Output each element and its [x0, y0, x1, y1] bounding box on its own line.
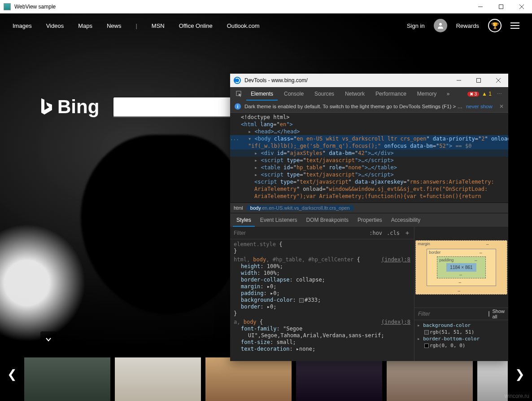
- bing-logo-text: Bing: [57, 96, 99, 118]
- avatar-icon[interactable]: [434, 19, 447, 32]
- signin-link[interactable]: Sign in: [407, 22, 425, 29]
- tab-dom-breakpoints[interactable]: DOM Breakpoints: [302, 213, 352, 227]
- devtools-minimize[interactable]: [449, 74, 469, 87]
- nav-office[interactable]: Office Online: [179, 22, 213, 29]
- tab-event-listeners[interactable]: Event Listeners: [257, 213, 301, 227]
- app-icon: [4, 3, 11, 10]
- computed-filter-input[interactable]: [418, 311, 486, 317]
- tabs-overflow-icon[interactable]: »: [443, 91, 454, 97]
- devtools-titlebar: DevTools - www.bing.com/: [230, 74, 508, 87]
- expand-button[interactable]: [40, 331, 57, 348]
- styles-rules[interactable]: element.style { } html, body, #hp_table,…: [230, 239, 414, 361]
- news-card[interactable]: [205, 357, 292, 401]
- show-all-label: Show all: [492, 308, 505, 319]
- dom-tree[interactable]: ... <!doctype html> <html lang="en"> ▸ <…: [230, 113, 508, 203]
- nav-videos[interactable]: Videos: [46, 22, 64, 29]
- top-nav: Images Videos Maps News | MSN Office Onl…: [0, 13, 532, 38]
- box-model[interactable]: margin – border – padding – 1184 × 861 –: [414, 227, 508, 308]
- close-button[interactable]: [511, 0, 532, 13]
- tab-accessibility[interactable]: Accessibility: [388, 213, 424, 227]
- inspect-icon[interactable]: [234, 91, 244, 97]
- nav-msn[interactable]: MSN: [152, 22, 165, 29]
- breadcrumb-html[interactable]: html: [230, 205, 247, 211]
- watermark: wincore.ru: [505, 393, 529, 399]
- news-card[interactable]: [477, 357, 508, 401]
- banner-link[interactable]: never show: [466, 104, 493, 109]
- news-card[interactable]: [296, 357, 382, 401]
- bing-logo: Bing: [39, 96, 99, 118]
- page: Images Videos Maps News | MSN Office Onl…: [0, 13, 532, 401]
- new-rule-button[interactable]: ＋: [404, 229, 410, 237]
- maximize-button[interactable]: [491, 0, 511, 13]
- tab-network[interactable]: Network: [340, 87, 369, 101]
- window-title: WebView sample: [14, 4, 56, 10]
- devtools-title: DevTools - www.bing.com/: [244, 77, 308, 84]
- edge-icon: [234, 77, 241, 84]
- banner-close-icon[interactable]: ✕: [499, 103, 504, 110]
- tab-styles[interactable]: Styles: [233, 213, 255, 227]
- warning-count[interactable]: ▲ 1: [482, 91, 492, 97]
- breadcrumb-body[interactable]: body.en.en-US.wkit.vs_darkscroll.ltr.crs…: [247, 205, 353, 211]
- nav-images[interactable]: Images: [13, 22, 32, 29]
- svg-rect-1: [499, 4, 503, 9]
- news-card[interactable]: [387, 357, 473, 401]
- source-link[interactable]: (index):8: [381, 319, 410, 326]
- titlebar: WebView sample: [0, 0, 532, 13]
- nav-news[interactable]: News: [107, 22, 122, 29]
- info-icon: i: [235, 103, 241, 110]
- styles-tabs: Styles Event Listeners DOM Breakpoints P…: [230, 213, 508, 227]
- svg-point-4: [439, 23, 442, 26]
- tab-properties[interactable]: Properties: [354, 213, 386, 227]
- banner-text: Dark theme is enabled by default. To swi…: [244, 104, 462, 109]
- minimize-button[interactable]: [470, 0, 491, 13]
- computed-list[interactable]: ▸ background-color rgb(51, 51, 51) ▸ bor…: [414, 320, 508, 361]
- bing-logo-icon: [39, 97, 53, 116]
- cls-toggle[interactable]: .cls: [387, 230, 400, 236]
- svg-rect-6: [477, 79, 481, 83]
- devtools-tabs: Elements Console Sources Network Perform…: [230, 87, 508, 101]
- tab-performance[interactable]: Performance: [371, 87, 411, 101]
- nav-separator: |: [135, 22, 137, 29]
- box-model-content: 1184 × 861: [446, 263, 476, 272]
- styles-panel: :hov .cls ＋ element.style { } html, body…: [230, 227, 414, 361]
- devtools-window: DevTools - www.bing.com/ Elements Consol…: [230, 74, 508, 361]
- show-all-checkbox[interactable]: [488, 311, 489, 317]
- devtools-banner: i Dark theme is enabled by default. To s…: [230, 101, 508, 113]
- computed-panel: margin – border – padding – 1184 × 861 –: [414, 227, 508, 361]
- tab-memory[interactable]: Memory: [413, 87, 441, 101]
- error-count[interactable]: ✖ 3: [467, 92, 479, 97]
- trophy-icon[interactable]: 🏆: [488, 19, 501, 32]
- styles-filter-input[interactable]: [234, 230, 365, 236]
- rewards-link[interactable]: Rewards: [456, 22, 479, 29]
- source-link[interactable]: (index):8: [381, 256, 410, 263]
- devtools-more-icon[interactable]: ⋯: [494, 91, 505, 97]
- menu-icon[interactable]: [510, 22, 519, 29]
- nav-outlook[interactable]: Outlook.com: [227, 22, 260, 29]
- news-card[interactable]: [24, 357, 110, 401]
- devtools-close[interactable]: [488, 74, 508, 87]
- dom-breadcrumb: html body.en.en-US.wkit.vs_darkscroll.lt…: [230, 203, 508, 213]
- news-card[interactable]: [115, 357, 201, 401]
- carousel-prev[interactable]: ❮: [0, 347, 24, 401]
- devtools-maximize[interactable]: [469, 74, 488, 87]
- hov-toggle[interactable]: :hov: [369, 230, 382, 236]
- nav-maps[interactable]: Maps: [78, 22, 92, 29]
- tab-sources[interactable]: Sources: [310, 87, 339, 101]
- tab-console[interactable]: Console: [279, 87, 308, 101]
- tab-elements[interactable]: Elements: [246, 87, 278, 101]
